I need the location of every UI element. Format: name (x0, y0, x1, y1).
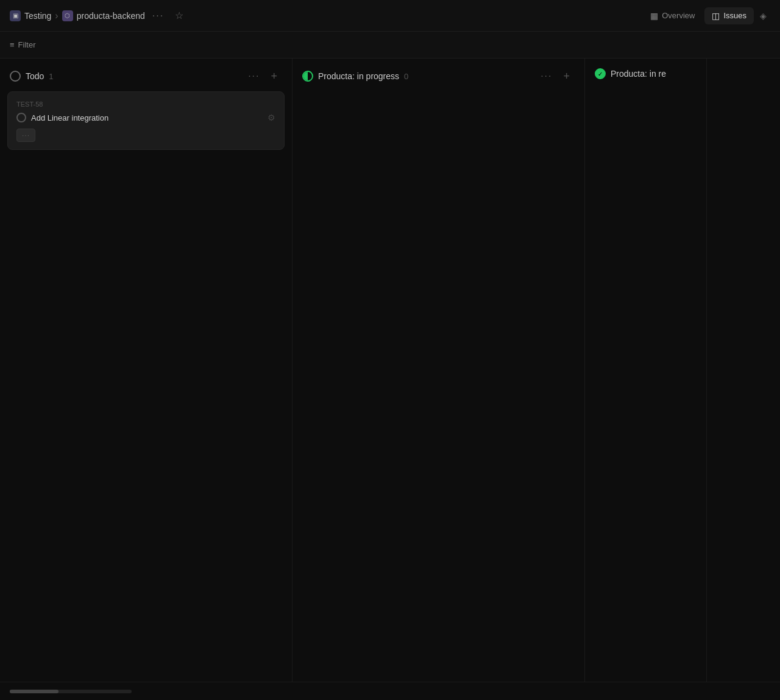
settings-icon: ◈ (760, 11, 767, 21)
column-in-review: ✓ Producta: in re (585, 58, 707, 682)
card-more-button[interactable]: ··· (16, 129, 35, 142)
inreview-column-name: Producta: in re (611, 69, 666, 79)
overview-tab-label: Overview (662, 11, 695, 20)
column-todo: Todo 1 ··· + TEST-58 Add Linear integrat… (0, 58, 292, 682)
card-title-row: Add Linear integration ⚙ (16, 113, 275, 122)
overview-tab-icon: ▦ (650, 11, 658, 21)
todo-column-add-button[interactable]: + (266, 68, 282, 84)
card-id: TEST-58 (16, 101, 275, 108)
horizontal-scrollbar-thumb[interactable] (10, 690, 58, 693)
column-inreview-title-area: ✓ Producta: in re (595, 68, 697, 79)
inprogress-column-actions: ··· + (537, 68, 575, 84)
project-nav-item[interactable]: ⬡ producta-backend (62, 10, 145, 21)
nav-settings-button[interactable]: ◈ (756, 7, 770, 24)
card-test-58[interactable]: TEST-58 Add Linear integration ⚙ ··· (7, 91, 285, 150)
issues-tab-label: Issues (723, 11, 746, 20)
inprogress-column-count: 0 (404, 72, 408, 81)
done-status-icon: ✓ (595, 68, 606, 79)
column-todo-title-area: Todo 1 (10, 71, 239, 82)
filter-label: Filter (18, 40, 36, 49)
todo-column-actions: ··· + (244, 68, 282, 84)
nav-star-button[interactable]: ☆ (171, 9, 187, 23)
card-settings-icon[interactable]: ⚙ (268, 113, 275, 122)
column-inprogress-header: Producta: in progress 0 ··· + (292, 58, 584, 91)
nav-more-button[interactable]: ··· (149, 9, 168, 23)
bottom-bar (0, 682, 780, 700)
card-status-icon (16, 113, 26, 122)
card-footer: ··· (16, 129, 275, 142)
tab-overview[interactable]: ▦ Overview (643, 7, 702, 24)
column-inprogress-title-area: Producta: in progress 0 (302, 71, 532, 82)
breadcrumb-separator: › (55, 10, 58, 21)
horizontal-scrollbar-track[interactable] (10, 690, 132, 693)
project-icon: ⬡ (62, 10, 73, 21)
nav-tabs: ▦ Overview ◫ Issues ◈ (643, 7, 770, 24)
workspace-name: Testing (24, 11, 51, 21)
filter-button[interactable]: ≡ Filter (10, 40, 35, 49)
filter-bar: ≡ Filter (0, 32, 780, 58)
project-name: producta-backend (77, 11, 145, 21)
filter-icon: ≡ (10, 40, 15, 49)
inprogress-column-name: Producta: in progress (318, 71, 399, 81)
inprogress-column-add-button[interactable]: + (558, 68, 575, 84)
inprogress-status-icon (302, 71, 313, 82)
tab-issues[interactable]: ◫ Issues (704, 7, 754, 24)
todo-column-name: Todo (26, 71, 44, 81)
card-title: Add Linear integration (31, 113, 108, 122)
column-todo-header: Todo 1 ··· + (0, 58, 292, 91)
workspace-nav-item[interactable]: ▣ Testing (10, 10, 51, 21)
top-navigation: ▣ Testing › ⬡ producta-backend ··· ☆ ▦ O… (0, 0, 780, 32)
board: Todo 1 ··· + TEST-58 Add Linear integrat… (0, 58, 780, 682)
todo-status-icon (10, 71, 21, 82)
todo-column-more-button[interactable]: ··· (244, 69, 263, 83)
workspace-icon: ▣ (10, 10, 21, 21)
inprogress-column-more-button[interactable]: ··· (537, 69, 556, 83)
column-inreview-header: ✓ Producta: in re (585, 58, 706, 87)
breadcrumb: ▣ Testing › ⬡ producta-backend ··· ☆ (10, 9, 639, 23)
issues-tab-icon: ◫ (712, 11, 720, 21)
todo-column-count: 1 (49, 72, 53, 81)
column-in-progress: Producta: in progress 0 ··· + (292, 58, 585, 682)
